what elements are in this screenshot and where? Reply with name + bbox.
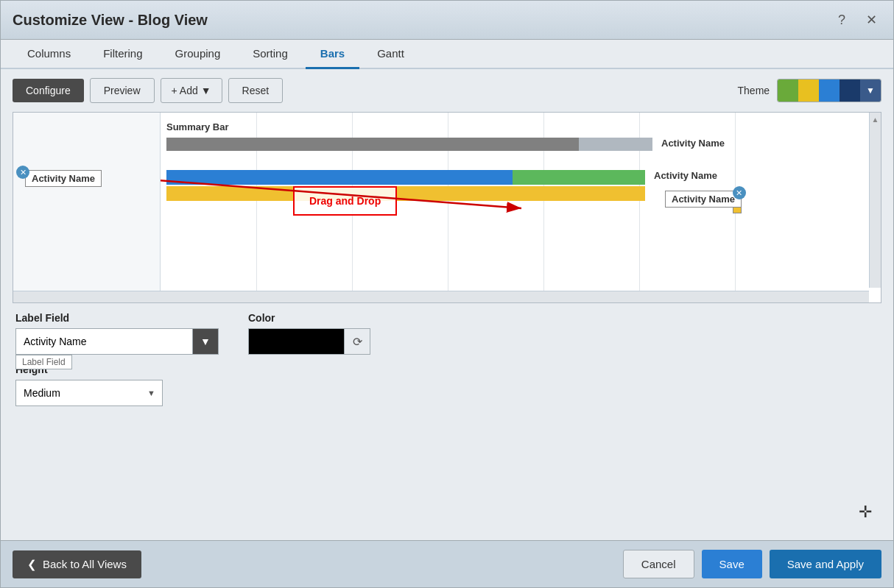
dialog-title: Customize View - Blog View <box>13 12 208 29</box>
crosshair-icon: ✛ <box>859 503 872 522</box>
summary-bar-extension <box>579 138 652 151</box>
theme-section: Theme ▼ <box>738 79 881 102</box>
toolbar: Configure Preview + Add ▼ Reset Theme ▼ <box>13 78 881 103</box>
activity-name-right-box[interactable]: Activity Name <box>665 191 742 208</box>
tabs-bar: Columns Filtering Grouping Sorting Bars … <box>1 40 893 69</box>
configure-button[interactable]: Configure <box>13 79 84 102</box>
content-area: Configure Preview + Add ▼ Reset Theme ▼ <box>1 69 893 540</box>
theme-color-yellow[interactable] <box>798 79 819 102</box>
tab-sorting[interactable]: Sorting <box>238 40 303 69</box>
bar-green[interactable] <box>513 170 645 185</box>
help-icon[interactable]: ? <box>831 10 852 30</box>
theme-color-blue[interactable] <box>819 79 840 102</box>
height-select-wrapper: Small Medium Large <box>15 380 163 406</box>
reset-button[interactable]: Reset <box>228 78 284 103</box>
label-field-input-row: ▼ Label Field <box>15 328 219 355</box>
activity-name-left-box[interactable]: Activity Name <box>25 170 102 187</box>
label-field-group: Label Field ▼ Label Field <box>15 312 219 355</box>
save-button[interactable]: Save <box>702 550 762 578</box>
label-field-input[interactable] <box>15 328 192 355</box>
label-field-dropdown-button[interactable]: ▼ <box>192 328 219 355</box>
color-label: Color <box>248 312 370 324</box>
color-picker-button[interactable]: ⟳ <box>344 328 370 355</box>
height-select[interactable]: Small Medium Large <box>15 380 163 406</box>
back-arrow-icon: ❮ <box>27 558 37 571</box>
title-bar-icons: ? ✕ <box>831 10 881 30</box>
theme-dropdown-button[interactable]: ▼ <box>860 79 881 102</box>
back-button[interactable]: ❮ Back to All Views <box>13 550 141 578</box>
preview-button[interactable]: Preview <box>90 78 155 103</box>
drag-drop-box: Drag and Drop <box>293 186 397 216</box>
theme-color-green[interactable] <box>778 79 798 102</box>
dialog: Customize View - Blog View ? ✕ Columns F… <box>0 0 894 588</box>
tab-filtering[interactable]: Filtering <box>88 40 157 69</box>
height-label: Height <box>15 364 879 375</box>
height-section: Height Small Medium Large <box>13 364 881 406</box>
close-right-box-icon[interactable]: ✕ <box>733 186 746 199</box>
summary-bar-label: Summary Bar <box>166 121 229 132</box>
gantt-right-panel: Summary Bar Activity Name <box>161 113 869 291</box>
cancel-button[interactable]: Cancel <box>623 550 694 578</box>
tab-bars[interactable]: Bars <box>306 40 359 69</box>
canvas-scroll-bottom[interactable] <box>13 291 869 302</box>
add-button[interactable]: + Add ▼ <box>161 78 222 103</box>
close-icon[interactable]: ✕ <box>861 10 881 30</box>
activity-name-left-label: Activity Name <box>32 173 95 184</box>
fields-section: Label Field ▼ Label Field Color ⟳ <box>13 312 881 355</box>
tab-gantt[interactable]: Gantt <box>362 40 419 69</box>
activity-name-right-1: Activity Name <box>661 138 725 149</box>
drag-drop-label: Drag and Drop <box>309 195 381 207</box>
tab-grouping[interactable]: Grouping <box>161 40 236 69</box>
theme-color-darkblue[interactable] <box>840 79 860 102</box>
theme-label: Theme <box>738 85 770 96</box>
activity-name-right-box-label: Activity Name <box>672 194 735 205</box>
color-picker-icon: ⟳ <box>353 335 362 349</box>
save-apply-button[interactable]: Save and Apply <box>770 550 881 578</box>
color-input-row: ⟳ <box>248 328 370 355</box>
bottom-bar: ❮ Back to All Views Cancel Save Save and… <box>1 540 893 587</box>
activity-row-1: Activity Name <box>161 163 869 204</box>
gantt-grid: Summary Bar Activity Name <box>13 113 869 291</box>
tab-columns[interactable]: Columns <box>13 40 85 69</box>
activity-name-right-box-wrapper: Activity Name ✕ <box>665 191 742 208</box>
bottom-right-buttons: Cancel Save Save and Apply <box>623 550 881 578</box>
bar-yellow[interactable] <box>166 186 645 201</box>
bar-blue[interactable] <box>166 170 513 185</box>
label-field-tooltip: Label Field <box>15 355 72 369</box>
add-label: + Add <box>172 85 198 96</box>
summary-bar-visual <box>166 138 579 151</box>
close-left-box-icon[interactable]: ✕ <box>16 166 29 179</box>
color-box[interactable] <box>248 328 344 355</box>
gantt-left-panel <box>13 113 161 291</box>
canvas-area: Summary Bar Activity Name <box>13 112 881 303</box>
canvas-scroll-right[interactable]: ▲ <box>869 113 881 288</box>
color-section: Color ⟳ <box>248 312 370 355</box>
theme-color-picker[interactable]: ▼ <box>777 79 881 102</box>
add-chevron-icon: ▼ <box>201 85 211 96</box>
title-bar: Customize View - Blog View ? ✕ <box>1 1 893 40</box>
back-label: Back to All Views <box>43 558 127 570</box>
activity-name-right-2: Activity Name <box>654 170 717 181</box>
label-field-label: Label Field <box>15 312 219 324</box>
